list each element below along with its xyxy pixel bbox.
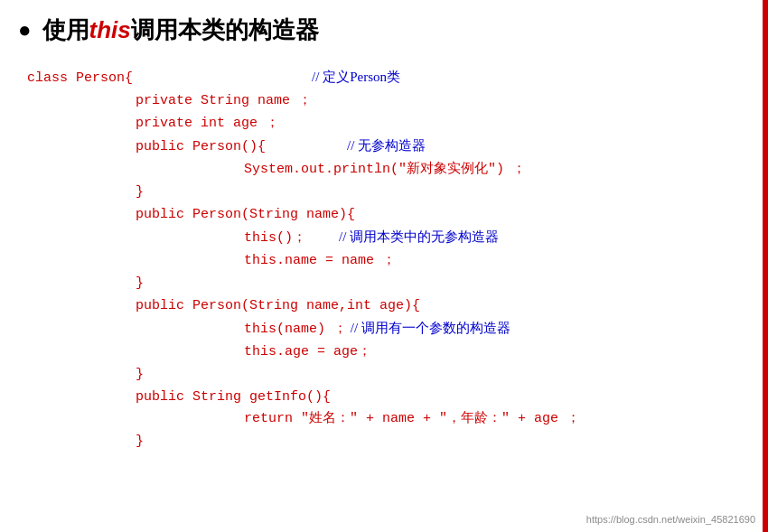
code-line-13: this.age = age；: [27, 341, 750, 364]
code-line-3: private int age ；: [27, 113, 750, 135]
code-line-8: this()； // 调用本类中的无参构造器: [27, 226, 750, 250]
code-line-14: }: [27, 364, 750, 387]
page-container: ● 使用this调用本类的构造器 class Person{ // 定义Pers…: [0, 0, 768, 532]
code-line-12: this(name) ； // 调用有一个参数的构造器: [27, 317, 750, 341]
keyword-this: this: [89, 16, 131, 43]
accent-bar: [763, 0, 768, 532]
code-block: class Person{ // 定义Person类 private Strin…: [18, 66, 750, 453]
code-line-4: public Person(){ // 无参构造器: [27, 135, 750, 159]
code-line-6: }: [27, 182, 750, 204]
page-title: 使用this调用本类的构造器: [42, 14, 319, 46]
code-line-15: public String getInfo(){: [27, 387, 750, 409]
code-line-5: System.out.println("新对象实例化") ；: [27, 159, 750, 182]
code-line-11: public Person(String name,int age){: [27, 295, 750, 318]
code-line-9: this.name = name ；: [27, 250, 750, 273]
code-line-17: }: [27, 431, 750, 453]
code-line-16: return "姓名：" + name + "，年龄：" + age ；: [27, 408, 750, 431]
code-line-2: private String name ；: [27, 90, 750, 113]
bullet-point: ●: [18, 18, 32, 42]
watermark: https://blog.csdn.net/weixin_45821690: [586, 514, 755, 525]
code-line-10: }: [27, 273, 750, 295]
code-line-1: class Person{ // 定义Person类: [27, 66, 750, 90]
code-line-7: public Person(String name){: [27, 204, 750, 227]
header: ● 使用this调用本类的构造器: [18, 9, 750, 51]
